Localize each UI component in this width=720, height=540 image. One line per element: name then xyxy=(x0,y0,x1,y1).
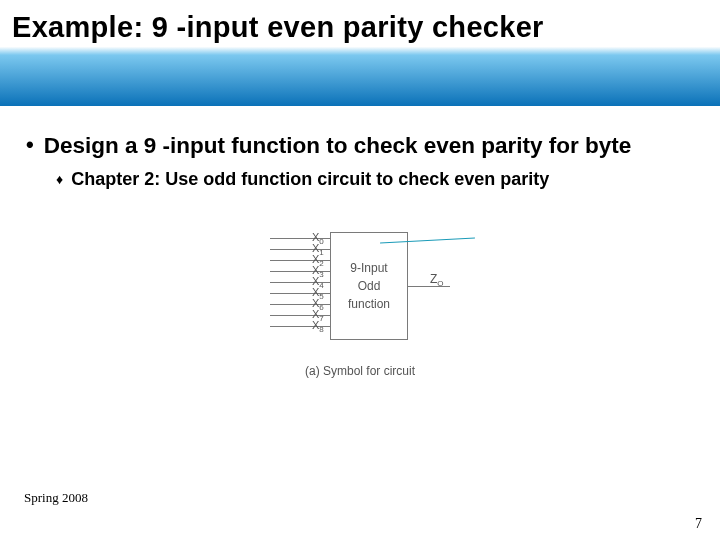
sub-bullet-item: ♦ Chapter 2: Use odd function circuit to… xyxy=(56,168,694,191)
box-line: Odd xyxy=(358,277,381,295)
box-line: function xyxy=(348,295,390,313)
bullet-item: • Design a 9 -input function to check ev… xyxy=(26,132,694,160)
content-area: • Design a 9 -input function to check ev… xyxy=(0,106,720,378)
bullet-marker: • xyxy=(26,132,34,157)
page-number: 7 xyxy=(695,516,702,532)
footer-text: Spring 2008 xyxy=(24,490,88,506)
input-label: X8 xyxy=(312,319,324,334)
title-band: Example: 9 -input even parity checker xyxy=(0,0,720,106)
function-box: 9-Input Odd function xyxy=(330,232,408,340)
figure: X0 X1 X2 X3 X4 X5 X6 X7 X8 9-Input Odd f… xyxy=(26,228,694,378)
box-line: 9-Input xyxy=(350,259,387,277)
wire-out xyxy=(408,286,450,287)
bullet-text: Design a 9 -input function to check even… xyxy=(44,132,632,160)
slide-title: Example: 9 -input even parity checker xyxy=(12,11,544,44)
circuit-diagram: X0 X1 X2 X3 X4 X5 X6 X7 X8 9-Input Odd f… xyxy=(230,228,490,378)
output-label: ZO xyxy=(430,272,444,288)
sub-bullet-text: Chapter 2: Use odd function circuit to c… xyxy=(71,168,549,191)
diamond-marker: ♦ xyxy=(56,171,63,187)
figure-caption: (a) Symbol for circuit xyxy=(230,364,490,378)
